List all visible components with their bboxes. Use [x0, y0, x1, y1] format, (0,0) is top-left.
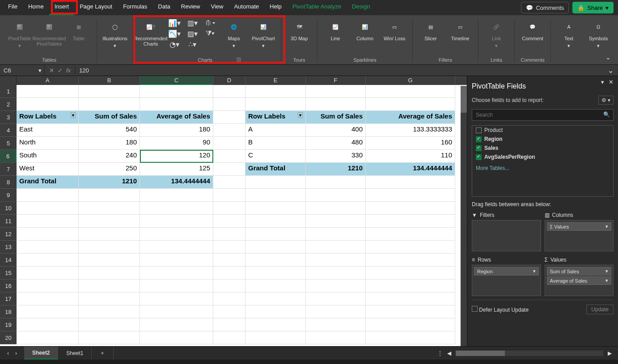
menu-automate[interactable]: Automate [229, 0, 264, 15]
menu-formulas[interactable]: Formulas [118, 0, 152, 15]
field-product[interactable]: Product [472, 126, 613, 135]
cell[interactable] [140, 267, 213, 279]
cell[interactable] [246, 189, 306, 202]
row-header-20[interactable]: 20 [0, 331, 17, 344]
horizontal-scroll-thumb[interactable] [456, 351, 505, 356]
cell[interactable] [306, 228, 366, 241]
row-header-12[interactable]: 12 [0, 228, 17, 241]
enter-icon[interactable]: ✓ [58, 67, 63, 74]
cell[interactable] [366, 228, 455, 241]
namebox-dropdown-icon[interactable]: ▾ [38, 67, 42, 74]
cell[interactable] [246, 305, 306, 318]
vertical-scrollbar[interactable] [461, 86, 467, 346]
vertical-scroll-thumb[interactable] [461, 86, 467, 113]
panel-close-icon[interactable]: ✕ [609, 79, 614, 85]
cell[interactable] [140, 254, 213, 267]
cell[interactable] [140, 318, 213, 331]
cell[interactable] [246, 331, 306, 344]
text-button[interactable]: AText▾ [555, 18, 582, 49]
cell[interactable] [246, 241, 306, 254]
cell[interactable] [246, 215, 306, 228]
cell[interactable] [140, 279, 213, 292]
fields-gear-button[interactable]: ⚙ ▾ [598, 96, 614, 105]
cell[interactable] [306, 176, 366, 189]
cell[interactable] [17, 85, 79, 98]
cell[interactable] [366, 292, 455, 305]
row-header-2[interactable]: 2 [0, 98, 17, 111]
horizontal-scrollbar[interactable] [456, 351, 603, 356]
sheet-tab-sheet1[interactable]: Sheet1 [58, 347, 92, 360]
cell[interactable] [246, 292, 306, 305]
cell[interactable] [140, 241, 213, 254]
cell[interactable] [213, 254, 246, 267]
cell[interactable]: 160 [366, 137, 455, 150]
name-box[interactable]: C6▾ [0, 65, 45, 76]
cell[interactable] [79, 279, 140, 292]
pivot1-filter-icon[interactable]: ▾ [71, 112, 76, 118]
cell[interactable] [140, 98, 213, 111]
cell[interactable] [17, 189, 79, 202]
pivot1-row-2[interactable]: South [17, 150, 79, 163]
cell[interactable] [17, 202, 79, 215]
row-header-5[interactable]: 5 [0, 137, 17, 150]
sheet-options-icon[interactable]: ⋮ [437, 350, 443, 356]
area-chart-icon[interactable]: ▨▾ [185, 29, 200, 38]
cell[interactable] [306, 331, 366, 344]
cell[interactable] [213, 267, 246, 279]
cell[interactable] [246, 98, 306, 111]
cell[interactable] [79, 98, 140, 111]
cell[interactable] [140, 331, 213, 344]
cell[interactable] [213, 98, 246, 111]
maps-button[interactable]: 🌐Maps▾ [220, 18, 247, 49]
cell[interactable] [306, 318, 366, 331]
cell[interactable] [366, 98, 455, 111]
row-header-19[interactable]: 19 [0, 318, 17, 331]
cell[interactable] [306, 241, 366, 254]
col-item[interactable]: Σ Values▾ [547, 222, 612, 231]
bar-chart-icon[interactable]: ▥▾ [185, 18, 200, 28]
cell[interactable] [17, 331, 79, 344]
cell[interactable] [79, 267, 140, 279]
pivot2-hdr-rowlabels[interactable]: Row Labels▾ [246, 111, 306, 124]
cell[interactable] [306, 202, 366, 215]
cell[interactable] [140, 292, 213, 305]
cell[interactable] [79, 202, 140, 215]
pivot1-row-0[interactable]: East [17, 124, 79, 137]
new-sheet-button[interactable]: ＋ [92, 347, 114, 360]
charts-dialog-launcher[interactable]: ◲ [237, 57, 241, 62]
row-header-13[interactable]: 13 [0, 241, 17, 254]
row-header-17[interactable]: 17 [0, 292, 17, 305]
cell[interactable] [140, 215, 213, 228]
row-header-9[interactable]: 9 [0, 189, 17, 202]
menu-file[interactable]: File [3, 0, 23, 15]
pivotchart-button[interactable]: 📊PivotChart▾ [250, 18, 277, 49]
comments-button[interactable]: 💬 Comments [521, 2, 569, 13]
cell[interactable] [366, 215, 455, 228]
pivot2-filter-icon[interactable]: ▾ [298, 112, 303, 118]
pivot2-hdr-sum[interactable]: Sum of Sales [306, 111, 366, 124]
slicer-button[interactable]: ▤Slicer [417, 18, 444, 41]
pivot2-total[interactable]: Grand Total [246, 163, 306, 176]
cell[interactable]: 540 [79, 124, 140, 137]
cell[interactable] [17, 98, 79, 111]
line-chart-icon[interactable]: 📉▾ [167, 29, 182, 38]
cell[interactable] [306, 85, 366, 98]
fx-icon[interactable]: fx [66, 67, 71, 74]
collapse-ribbon-icon[interactable]: ⌄ [605, 54, 611, 61]
pivottable-button[interactable]: 📊PivotTable▾ [6, 18, 33, 49]
row-header-7[interactable]: 7 [0, 163, 17, 176]
symbols-button[interactable]: ΩSymbols▾ [585, 18, 612, 49]
cell[interactable] [79, 189, 140, 202]
cell[interactable] [79, 228, 140, 241]
hscroll-right[interactable]: ▶ [608, 350, 612, 356]
col-header-G[interactable]: G [366, 76, 455, 85]
timeline-button[interactable]: ▭Timeline [447, 18, 474, 41]
row-header-3[interactable]: 3 [0, 111, 17, 124]
menu-view[interactable]: View [205, 0, 229, 15]
field-region[interactable]: Region [472, 135, 613, 144]
cell[interactable] [213, 228, 246, 241]
menu-page-layout[interactable]: Page Layout [74, 0, 118, 15]
menu-review[interactable]: Review [176, 0, 206, 15]
cell[interactable] [213, 241, 246, 254]
rows-area[interactable]: Region▾ [472, 265, 541, 296]
